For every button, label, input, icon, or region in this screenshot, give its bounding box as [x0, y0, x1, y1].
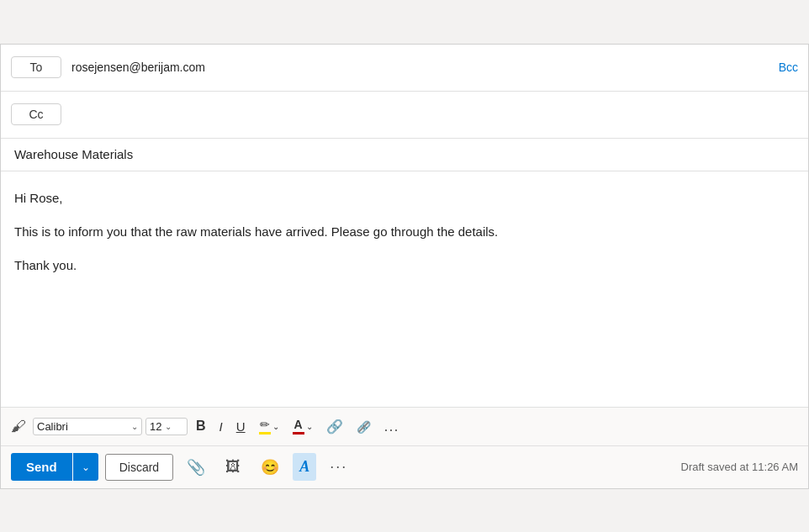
subject-row: Warehouse Materials — [1, 139, 808, 171]
insert-image-button[interactable]: 🖼 — [219, 453, 247, 481]
formatting-toolbar: 🖌 Calibri ⌄ 12 ⌄ B I U ✏ ⌄ A ⌄ — [1, 407, 808, 445]
email-compose-window: To rosejensen@berijam.com Bcc Cc Warehou… — [0, 44, 809, 489]
highlight-bar — [259, 432, 271, 435]
action-bar: Send ⌄ Discard 📎 🖼 😊 A ··· Draft saved a… — [1, 445, 808, 488]
discard-button[interactable]: Discard — [105, 454, 173, 481]
font-size-value: 12 — [150, 420, 161, 433]
insert-emoji-button[interactable]: 😊 — [254, 453, 286, 482]
cc-button[interactable]: Cc — [11, 103, 61, 125]
fontsize-chevron-icon: ⌄ — [165, 422, 172, 431]
font-family-select[interactable]: Calibri ⌄ — [33, 418, 142, 435]
font-color-bar — [293, 432, 304, 435]
underline-button[interactable]: U — [231, 416, 251, 437]
body-line1: Hi Rose, — [14, 188, 795, 208]
to-button[interactable]: To — [11, 56, 61, 78]
signature-button[interactable]: A — [293, 453, 316, 481]
font-name-value: Calibri — [37, 420, 128, 433]
signature-icon: A — [299, 458, 309, 475]
italic-button[interactable]: I — [214, 416, 228, 437]
emoji-icon: 😊 — [261, 459, 279, 476]
insert-link-button[interactable]: 🔗 — [321, 415, 348, 438]
draft-status: Draft saved at 11:26 AM — [681, 461, 798, 473]
fontcolor-chevron-icon: ⌄ — [306, 422, 313, 431]
font-color-button[interactable]: A ⌄ — [288, 414, 318, 438]
email-body[interactable]: Hi Rose, This is to inform you that the … — [1, 171, 808, 407]
paint-icon: 🖌 — [11, 418, 26, 435]
body-line3: Thank you. — [14, 255, 795, 276]
cc-row: Cc — [1, 92, 808, 139]
underline-label: U — [236, 419, 246, 434]
strikethrough-link-icon: 🔗 — [357, 419, 371, 434]
subject-text: Warehouse Materials — [14, 147, 133, 161]
attach-file-button[interactable]: 📎 — [180, 453, 212, 482]
more-options-icon: ... — [384, 418, 399, 435]
font-color-icon: A — [293, 418, 304, 435]
bold-button[interactable]: B — [191, 415, 211, 437]
to-row: To rosejensen@berijam.com Bcc — [1, 45, 808, 92]
highlight-icon: ✏ — [259, 418, 271, 435]
more-actions-button[interactable]: ··· — [323, 453, 354, 481]
font-size-select[interactable]: 12 ⌄ — [145, 418, 188, 435]
bcc-link[interactable]: Bcc — [779, 61, 798, 74]
link-icon: 🔗 — [326, 419, 343, 435]
font-chevron-icon: ⌄ — [131, 422, 138, 431]
highlight-chevron-icon: ⌄ — [272, 422, 279, 431]
remove-link-button[interactable]: 🔗 — [352, 416, 376, 437]
more-actions-icon: ··· — [330, 458, 347, 475]
highlight-button[interactable]: ✏ ⌄ — [254, 414, 284, 438]
attach-icon: 📎 — [187, 459, 205, 476]
send-button[interactable]: Send — [11, 453, 72, 481]
to-value: rosejensen@berijam.com — [61, 61, 779, 74]
send-button-group: Send ⌄ — [11, 453, 98, 481]
send-dropdown-button[interactable]: ⌄ — [73, 453, 98, 481]
more-options-button[interactable]: ... — [379, 414, 404, 439]
image-icon: 🖼 — [225, 458, 241, 475]
body-line2: This is to inform you that the raw mater… — [14, 222, 795, 242]
